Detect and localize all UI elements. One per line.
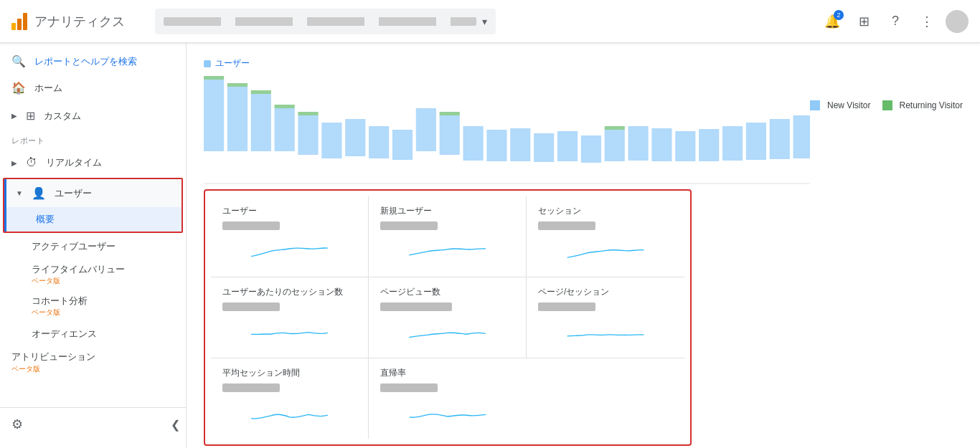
svg-rect-29 [275,105,295,108]
svg-rect-10 [440,115,460,155]
logo-bar-3 [23,13,27,30]
clock-icon: ⏱ [26,156,37,169]
logo-area: アナリティクス [11,13,155,30]
more-options-button[interactable]: ⋮ [914,9,940,34]
chart-title: ユーザー [215,57,250,70]
chart-dot [204,60,211,67]
metric-card-avg-session[interactable]: 平均セッション時間 [211,358,369,439]
grid-icon: ⊞ [26,109,35,123]
bar-chart [204,72,810,187]
metric-title-users: ユーザー [222,205,357,217]
sparkline-users [222,237,357,266]
expand-icon-realtime: ▶ [11,159,17,167]
sparkline-pages-per-session [538,318,673,347]
audience-label: オーディエンス [32,328,97,340]
svg-rect-6 [345,119,365,156]
sidebar-item-custom[interactable]: ▶ ⊞ カスタム [0,102,186,130]
metric-value-users [222,221,280,230]
svg-rect-2 [251,94,271,151]
metric-card-sessions-per-user[interactable]: ユーザーあたりのセッション数 [211,277,369,358]
svg-rect-7 [369,126,389,158]
metrics-grid: ユーザー 新規ユーザー セッション [211,196,684,439]
svg-rect-18 [628,126,649,161]
metric-value-sessions-per-user [222,302,280,311]
metric-title-new-users: 新規ユーザー [380,205,514,217]
svg-rect-5 [321,123,341,158]
sidebar-item-realtime[interactable]: ▶ ⏱ リアルタイム [0,149,186,176]
sidebar-item-attribution[interactable]: アトリビューション ベータ版 [0,346,186,378]
metric-card-pageviews[interactable]: ページビュー数 [369,277,527,358]
user-section-label: ユーザー [55,187,92,200]
settings-icon: ⚙ [11,416,23,432]
overview-label: 概要 [36,213,55,226]
sparkline-sessions [538,237,673,266]
sidebar: 🔍 レポートとヘルプを検索 🏠 ホーム ▶ ⊞ カスタム レポート ▶ ⏱ リア… [0,43,187,448]
account-selector-text [164,17,476,26]
logo-bar-2 [17,19,22,30]
active-users-label: アクティブユーザー [32,240,116,253]
svg-rect-14 [534,133,554,162]
chart-main: ユーザー [204,57,810,189]
sidebar-sub-item-cohort[interactable]: コホート分析 ベータ版 [0,290,186,322]
svg-rect-0 [204,80,224,151]
metric-value-pageviews [380,302,452,311]
account-selector[interactable]: ▾ [155,9,496,34]
help-button[interactable]: ? [882,9,908,34]
sidebar-sub-item-lifetime[interactable]: ライフタイムバリュー ベータ版 [0,259,186,290]
realtime-label: リアルタイム [46,156,102,169]
svg-rect-15 [557,131,578,161]
svg-rect-12 [486,130,507,161]
sidebar-settings[interactable]: ⚙ ❮ [0,407,186,441]
new-visitor-color [810,100,820,110]
metric-title-pageviews: ページビュー数 [380,286,514,298]
metric-title-sessions-per-user: ユーザーあたりのセッション数 [222,286,357,298]
sidebar-search[interactable]: 🔍 レポートとヘルプを検索 [0,49,186,74]
sparkline-new-users [380,237,514,266]
new-visitor-bars [204,80,810,163]
svg-rect-26 [204,76,224,80]
sparkline-pageviews [380,318,514,347]
notifications-button[interactable]: 🔔 2 [819,9,845,34]
svg-rect-9 [416,108,436,151]
sidebar-sub-item-audience[interactable]: オーディエンス [0,322,186,346]
sidebar-item-home[interactable]: 🏠 ホーム [0,74,186,102]
app-body: 🔍 レポートとヘルプを検索 🏠 ホーム ▶ ⊞ カスタム レポート ▶ ⏱ リア… [0,43,980,448]
svg-rect-19 [651,128,672,161]
metric-value-sessions [538,221,595,230]
metric-card-new-users[interactable]: 新規ユーザー [369,196,527,277]
notification-badge: 2 [834,10,844,20]
svg-rect-11 [463,126,483,161]
svg-rect-13 [510,128,530,161]
svg-rect-16 [581,135,601,163]
app-title: アナリティクス [34,13,125,30]
reports-section-label: レポート [0,130,186,149]
svg-rect-31 [440,112,460,115]
grid-icon: ⊞ [859,14,870,29]
home-icon: 🏠 [11,81,26,95]
sparkline-sessions-per-user [222,318,357,347]
svg-rect-4 [298,115,318,155]
cohort-beta: ベータ版 [32,308,174,318]
metric-card-empty [527,358,684,439]
svg-rect-25 [793,115,810,158]
sidebar-sub-item-active-users[interactable]: アクティブユーザー [0,234,186,259]
dropdown-arrow-icon[interactable]: ▾ [482,16,487,27]
sidebar-sub-item-overview[interactable]: 概要 [4,207,182,232]
returning-visitor-color [882,100,892,110]
svg-rect-3 [275,108,295,151]
expand-icon-custom: ▶ [11,112,17,120]
sidebar-collapse-button[interactable]: ❮ [171,417,180,431]
metric-value-bounce-rate [380,383,438,392]
legend-returning-visitor: Returning Visitor [882,100,963,110]
attribution-beta: ベータ版 [11,364,174,374]
metric-value-pages-per-session [538,302,595,311]
cohort-label: コホート分析 [32,295,88,306]
search-label: レポートとヘルプを検索 [34,55,137,68]
apps-button[interactable]: ⊞ [851,9,877,34]
metric-card-users[interactable]: ユーザー [211,196,369,277]
metric-card-bounce-rate[interactable]: 直帰率 [369,358,527,439]
metric-card-pages-per-session[interactable]: ページ/セッション [527,277,684,358]
sidebar-item-user[interactable]: ▼ 👤 ユーザー [4,179,182,207]
metric-card-sessions[interactable]: セッション [527,196,684,277]
user-avatar[interactable] [946,10,969,33]
